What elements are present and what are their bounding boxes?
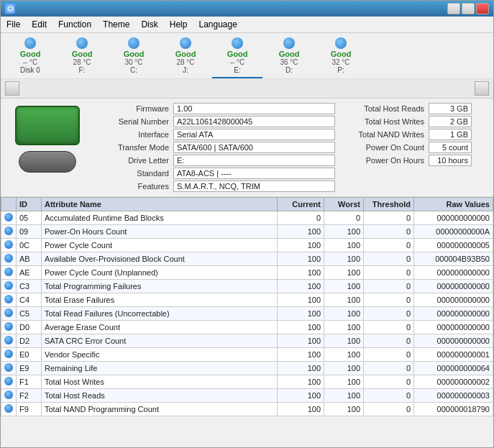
row-id-0: 05	[17, 211, 42, 225]
row-id-3: AB	[17, 252, 42, 266]
table-row[interactable]: C3 Total Programming Failures 100 100 0 …	[1, 280, 493, 293]
row-dot-3	[1, 252, 17, 266]
prev-disk-button[interactable]	[5, 81, 19, 96]
row-dot-0	[1, 211, 17, 225]
row-dot-8	[1, 321, 17, 334]
row-name-12: Total Host Writes	[42, 375, 278, 389]
row-current-13: 100	[278, 389, 324, 403]
disk-label-3: J:	[183, 66, 188, 74]
col-worst-header: Worst	[324, 198, 364, 211]
detail-row-0: Firmware 1.00	[94, 103, 335, 114]
table-row[interactable]: D2 SATA CRC Error Count 100 100 0 000000…	[1, 334, 493, 348]
menu-item-disk[interactable]: Disk	[135, 18, 163, 31]
stat-value-4: 10 hours	[429, 155, 472, 166]
row-threshold-14: 0	[364, 403, 414, 416]
row-id-8: D0	[17, 321, 42, 334]
menu-item-function[interactable]: Function	[52, 18, 97, 31]
table-row[interactable]: C4 Total Erase Failures 100 100 0 000000…	[1, 293, 493, 307]
app-icon: 💿	[5, 4, 15, 14]
table-row[interactable]: AE Power Cycle Count (Unplanned) 100 100…	[1, 266, 493, 280]
table-row[interactable]: 09 Power-On Hours Count 100 100 0 000000…	[1, 225, 493, 239]
disk-label-4: E:	[234, 66, 240, 74]
stat-row-2: Total NAND Writes 1 GB	[342, 129, 486, 140]
close-button[interactable]	[476, 3, 489, 14]
menu-item-file[interactable]: File	[1, 18, 26, 31]
detail-value-1: A22L1061428000045	[173, 116, 335, 127]
maximize-button[interactable]	[462, 3, 475, 14]
disk-temp-1: 28 °C	[73, 58, 91, 66]
row-name-6: Total Erase Failures	[42, 293, 278, 307]
table-row[interactable]: D0 Average Erase Count 100 100 0 0000000…	[1, 321, 493, 334]
detail-row-4: Drive Letter E:	[94, 155, 335, 166]
menu-item-help[interactable]: Help	[164, 18, 193, 31]
row-name-3: Available Over-Provisioned Block Count	[42, 252, 278, 266]
row-dot-4	[1, 266, 17, 280]
next-disk-button[interactable]	[475, 81, 489, 96]
table-row[interactable]: F2 Total Host Reads 100 100 0 0000000000…	[1, 389, 493, 403]
minimize-button[interactable]	[447, 3, 460, 14]
table-row[interactable]: 0C Power Cycle Count 100 100 0 000000000…	[1, 239, 493, 252]
row-id-9: D2	[17, 334, 42, 348]
row-raw-5: 000000000000	[414, 280, 493, 293]
row-current-3: 100	[278, 252, 324, 266]
detail-label-0: Firmware	[94, 104, 173, 113]
detail-value-2: Serial ATA	[173, 129, 335, 140]
row-name-0: Accumulated Runtime Bad Blocks	[42, 211, 278, 225]
row-worst-5: 100	[324, 280, 364, 293]
row-dot-14	[1, 403, 17, 416]
window-controls	[447, 3, 489, 14]
disk-temp-0: -- °C	[23, 58, 38, 66]
menu-item-edit[interactable]: Edit	[26, 18, 52, 31]
menu-item-language[interactable]: Language	[193, 18, 242, 31]
disk-dot-2	[128, 37, 139, 49]
stat-row-0: Total Host Reads 3 GB	[342, 103, 486, 114]
row-worst-0: 0	[324, 211, 364, 225]
disk-dot-4	[232, 37, 243, 49]
menu-item-theme[interactable]: Theme	[97, 18, 135, 31]
disk-status-2: Good	[124, 50, 145, 58]
stat-label-1: Total Host Writes	[342, 117, 429, 126]
disk-item-2[interactable]: Good 30 °C C:	[109, 36, 159, 76]
table-row[interactable]: C5 Total Read Failures (Uncorrectable) 1…	[1, 307, 493, 321]
table-row[interactable]: 05 Accumulated Runtime Bad Blocks 0 0 0 …	[1, 211, 493, 225]
stat-value-0: 3 GB	[429, 103, 472, 114]
table-row[interactable]: AB Available Over-Provisioned Block Coun…	[1, 252, 493, 266]
temp-badge	[19, 151, 76, 173]
row-worst-12: 100	[324, 375, 364, 389]
disk-item-5[interactable]: Good 36 °C D:	[264, 36, 314, 76]
table-row[interactable]: F1 Total Host Writes 100 100 0 000000000…	[1, 375, 493, 389]
table-row[interactable]: F9 Total NAND Programming Count 100 100 …	[1, 403, 493, 416]
row-id-4: AE	[17, 266, 42, 280]
detail-label-6: Features	[94, 182, 173, 191]
row-dot-2	[1, 239, 17, 252]
row-dot-1	[1, 225, 17, 239]
disk-item-0[interactable]: Good -- °C Disk 0	[5, 36, 55, 76]
row-current-8: 100	[278, 321, 324, 334]
disk-dot-0	[24, 37, 36, 49]
row-worst-13: 100	[324, 389, 364, 403]
detail-value-6: S.M.A.R.T., NCQ, TRIM	[173, 180, 335, 192]
row-raw-12: 000000000002	[414, 375, 493, 389]
disk-dot-5	[283, 37, 295, 49]
disk-item-3[interactable]: Good 28 °C J:	[160, 36, 211, 76]
disk-temp-3: 28 °C	[176, 58, 194, 66]
table-section[interactable]: ID Attribute Name Current Worst Threshol…	[1, 197, 493, 447]
disk-item-1[interactable]: Good 28 °C F:	[57, 36, 107, 76]
stat-row-1: Total Host Writes 2 GB	[342, 116, 486, 127]
disk-item-6[interactable]: Good 32 °C P:	[316, 36, 366, 76]
table-row[interactable]: E0 Vendor Specific 100 100 0 00000000000…	[1, 348, 493, 362]
row-worst-9: 100	[324, 334, 364, 348]
table-row[interactable]: E9 Remaining Life 100 100 0 000000000064	[1, 362, 493, 375]
disk-status-3: Good	[175, 50, 196, 58]
row-dot-11	[1, 362, 17, 375]
disk-item-4[interactable]: Good -- °C E:	[212, 36, 262, 76]
row-dot-9	[1, 334, 17, 348]
row-raw-11: 000000000064	[414, 362, 493, 375]
row-current-9: 100	[278, 334, 324, 348]
row-worst-7: 100	[324, 307, 364, 321]
detail-label-4: Drive Letter	[94, 156, 173, 165]
row-id-6: C4	[17, 293, 42, 307]
row-threshold-7: 0	[364, 307, 414, 321]
disk-label-6: P:	[337, 66, 344, 74]
row-dot-12	[1, 375, 17, 389]
